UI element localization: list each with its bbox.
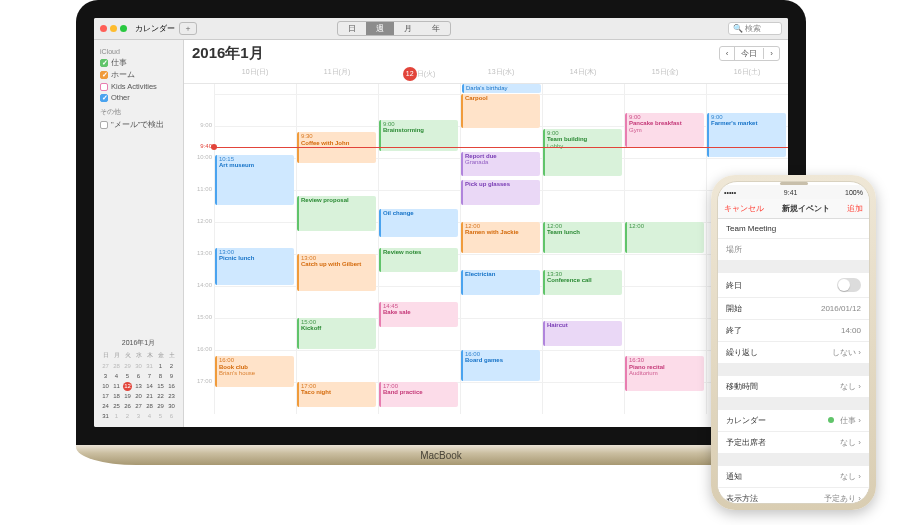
time-cell[interactable] xyxy=(378,158,460,190)
allday-row[interactable]: 終日 xyxy=(718,273,869,298)
sidebar-calendar-item[interactable]: 仕事 xyxy=(98,57,179,69)
calendar-event[interactable]: Review notes xyxy=(379,248,458,273)
time-cell[interactable] xyxy=(378,350,460,382)
calendar-event[interactable]: 9:00Team buildingLobby xyxy=(543,129,622,176)
alert-row[interactable]: 通知 なし › xyxy=(718,466,869,488)
view-year-tab[interactable]: 年 xyxy=(422,22,450,35)
calendar-event[interactable]: 12:00Ramen with Jackie xyxy=(461,222,540,253)
time-cell[interactable] xyxy=(624,254,706,286)
calendar-event[interactable]: 9:00Pancake breakfastGym xyxy=(625,113,704,147)
calendar-event[interactable]: 17:00Taco night xyxy=(297,382,376,407)
time-cell[interactable] xyxy=(296,350,378,382)
time-cell[interactable] xyxy=(214,126,296,158)
search-field[interactable]: 🔍 検索 xyxy=(728,22,782,35)
prev-week-button[interactable]: ‹ xyxy=(720,48,735,59)
carrier-icon: ••••• xyxy=(724,189,736,196)
calendar-checkbox[interactable] xyxy=(100,83,108,91)
today-navigation[interactable]: ‹ 今日 › xyxy=(719,46,780,61)
start-row[interactable]: 開始 2016/01/12 xyxy=(718,298,869,320)
time-grid[interactable]: 9:0010:0011:0012:0013:0014:0015:0016:001… xyxy=(184,94,788,427)
view-day-tab[interactable]: 日 xyxy=(338,22,366,35)
ios-nav-bar: キャンセル 新規イベント 追加 xyxy=(718,199,869,219)
day-header: 10日(日) xyxy=(214,65,296,83)
close-icon[interactable] xyxy=(100,25,107,32)
calendar-event[interactable]: Review proposal xyxy=(297,196,376,230)
calendar-event[interactable]: 14:45Bake sale xyxy=(379,302,458,327)
time-cell[interactable] xyxy=(214,94,296,126)
calendar-checkbox[interactable] xyxy=(100,121,108,129)
time-cell[interactable] xyxy=(542,190,624,222)
battery-icon: 100% xyxy=(845,189,863,196)
time-cell[interactable] xyxy=(542,382,624,414)
calendar-event[interactable]: 16:30Piano recitalAuditorium xyxy=(625,356,704,390)
showas-value: 予定あり › xyxy=(824,493,861,504)
calendar-event[interactable]: 9:30Coffee with John xyxy=(297,132,376,163)
cancel-button[interactable]: キャンセル xyxy=(724,203,764,214)
calendar-event[interactable]: 9:00Brainstorming xyxy=(379,120,458,151)
time-cell[interactable] xyxy=(296,94,378,126)
next-week-button[interactable]: › xyxy=(763,48,779,59)
time-cell[interactable] xyxy=(624,318,706,350)
add-button[interactable]: 追加 xyxy=(847,203,863,214)
calendar-event[interactable]: 13:30Conference call xyxy=(543,270,622,295)
day-header-row: 10日(日)11日(月)12日(火)13日(水)14日(木)15日(金)16日(… xyxy=(184,65,788,84)
minimize-icon[interactable] xyxy=(110,25,117,32)
calendar-checkbox[interactable] xyxy=(100,94,108,102)
time-cell[interactable] xyxy=(214,318,296,350)
event-location-field[interactable]: 場所 xyxy=(718,239,869,261)
repeat-row[interactable]: 繰り返し しない › xyxy=(718,342,869,364)
calendar-event[interactable]: 16:00Board games xyxy=(461,350,540,381)
start-label: 開始 xyxy=(726,303,742,314)
calendar-event[interactable]: Report dueGranada xyxy=(461,152,540,177)
view-segmented-control[interactable]: 日 週 月 年 xyxy=(337,21,451,36)
time-cell[interactable] xyxy=(214,286,296,318)
showas-row[interactable]: 表示方法 予定あり › xyxy=(718,488,869,504)
calendar-event[interactable]: 16:00Book clubBrian's house xyxy=(215,356,294,387)
today-button[interactable]: 今日 xyxy=(734,47,763,60)
calendar-event[interactable]: 15:00Kickoff xyxy=(297,318,376,349)
calendar-event[interactable]: Pick up glasses xyxy=(461,180,540,205)
mini-calendar[interactable]: 2016年1月 日月火水木金土2728293031123456789101112… xyxy=(98,336,179,423)
calendar-event[interactable]: Haircut xyxy=(543,321,622,346)
calendar-event[interactable]: 10:15Art museum xyxy=(215,155,294,205)
calendar-event[interactable]: 17:00Band practice xyxy=(379,382,458,407)
travel-row[interactable]: 移動時間 なし › xyxy=(718,376,869,398)
sidebar-other-item[interactable]: "メール"で検出 xyxy=(98,119,179,131)
calendar-label: 仕事 xyxy=(111,58,127,68)
window-traffic-lights[interactable] xyxy=(100,25,127,32)
calendar-event[interactable]: Oil change xyxy=(379,209,458,237)
calendar-event[interactable]: 9:00Farmer's market xyxy=(707,113,786,157)
zoom-icon[interactable] xyxy=(120,25,127,32)
travel-value: なし › xyxy=(840,381,861,392)
calendar-event[interactable]: 13:00Catch up with Gilbert xyxy=(297,254,376,291)
time-cell[interactable] xyxy=(624,158,706,190)
end-row[interactable]: 終了 14:00 xyxy=(718,320,869,342)
calendar-checkbox[interactable] xyxy=(100,59,108,67)
event-title-field[interactable]: Team Meeting xyxy=(718,219,869,239)
sidebar-calendar-item[interactable]: Other xyxy=(98,92,179,103)
time-cell[interactable] xyxy=(542,350,624,382)
time-cell[interactable] xyxy=(624,286,706,318)
time-cell[interactable] xyxy=(460,318,542,350)
calendar-event[interactable]: 12:00 xyxy=(625,222,704,253)
mini-calendar-title: 2016年1月 xyxy=(100,338,177,348)
allday-toggle[interactable] xyxy=(837,278,861,292)
hour-label: 10:00 xyxy=(184,154,214,186)
invitees-row[interactable]: 予定出席者 なし › xyxy=(718,432,869,454)
calendar-event[interactable]: 12:00Team lunch xyxy=(543,222,622,253)
calendar-event[interactable]: Carpool xyxy=(461,94,540,128)
calendar-picker-row[interactable]: カレンダー 仕事 › xyxy=(718,410,869,432)
time-cell[interactable] xyxy=(542,94,624,126)
time-cell[interactable] xyxy=(624,190,706,222)
view-week-tab[interactable]: 週 xyxy=(366,22,394,35)
add-event-button[interactable]: ＋ xyxy=(179,22,197,35)
macbook-screen: カレンダー ＋ 日 週 月 年 🔍 検索 iCloud 仕事ホーム xyxy=(94,18,788,427)
sidebar-calendar-item[interactable]: ホーム xyxy=(98,69,179,81)
view-month-tab[interactable]: 月 xyxy=(394,22,422,35)
calendar-checkbox[interactable] xyxy=(100,71,108,79)
sidebar-calendar-item[interactable]: Kids Activities xyxy=(98,81,179,92)
allday-event[interactable]: Darla's birthday xyxy=(462,84,541,93)
calendar-event[interactable]: 13:00Picnic lunch xyxy=(215,248,294,285)
time-cell[interactable] xyxy=(460,382,542,414)
calendar-event[interactable]: Electrician xyxy=(461,270,540,295)
